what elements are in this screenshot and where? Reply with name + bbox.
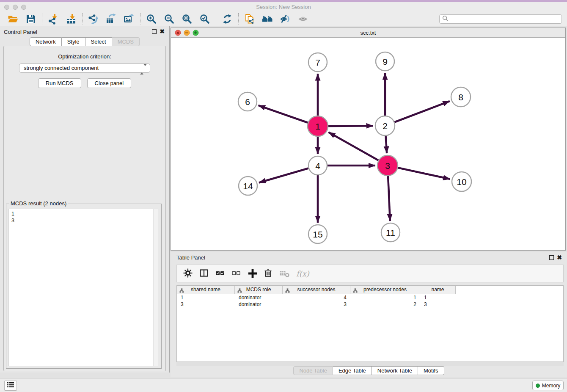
- graph-edge-1-2[interactable]: [328, 126, 373, 126]
- search-input[interactable]: [450, 15, 561, 23]
- table-tabs: Node TableEdge TableNetwork TableMotifs: [171, 366, 567, 375]
- table-cell[interactable]: 3: [283, 301, 350, 308]
- show-details-icon[interactable]: [297, 14, 308, 25]
- table-cell[interactable]: dominator: [235, 301, 283, 308]
- import-table-icon[interactable]: [66, 14, 77, 25]
- graph-edge-2-3[interactable]: [386, 136, 387, 153]
- float-panel-icon[interactable]: [152, 29, 157, 34]
- graph-edge-1-6[interactable]: [258, 105, 308, 123]
- tab-motifs[interactable]: Motifs: [418, 366, 444, 375]
- column-header-shared-name[interactable]: shared name: [177, 286, 235, 294]
- table-cell[interactable]: 1: [350, 294, 420, 301]
- control-panel-title: Control Panel: [4, 29, 37, 35]
- node-table[interactable]: shared nameMCDS rolesuccessor nodesprede…: [176, 285, 564, 362]
- save-session-icon[interactable]: [25, 14, 36, 25]
- column-header-label: shared name: [191, 287, 220, 293]
- table-toolbar: f(x): [176, 265, 564, 282]
- column-header-label: name: [431, 287, 444, 293]
- float-table-panel-icon[interactable]: [549, 255, 554, 260]
- unselect-all-icon[interactable]: [231, 268, 242, 279]
- graph-node-label: 10: [457, 177, 466, 187]
- optimization-criterion-select[interactable]: strongly connected component: [19, 63, 150, 73]
- close-panel-icon[interactable]: ✖: [160, 28, 165, 34]
- table-header-row: shared nameMCDS rolesuccessor nodesprede…: [177, 286, 563, 294]
- column-header-MCDS-role[interactable]: MCDS role: [235, 286, 283, 294]
- network-window-titlebar[interactable]: scc.txt: [171, 28, 565, 38]
- control-panel-header: Control Panel ✖: [0, 26, 169, 37]
- tab-network-table[interactable]: Network Table: [372, 366, 418, 375]
- graph-node-label: 1: [315, 121, 320, 131]
- tab-select[interactable]: Select: [85, 37, 112, 46]
- table-cell[interactable]: 4: [283, 294, 350, 301]
- selected-option: strongly connected component: [24, 65, 99, 71]
- create-column-icon[interactable]: [247, 268, 258, 279]
- graph-edge-3-11[interactable]: [388, 176, 390, 221]
- duplicate-network-icon[interactable]: [244, 14, 255, 25]
- table-cell[interactable]: 3: [177, 301, 235, 308]
- graph-node-label: 7: [315, 58, 320, 67]
- graph-node-label: 3: [385, 161, 390, 171]
- table-cell[interactable]: 1: [177, 294, 235, 301]
- select-stepper-icon: [140, 65, 147, 74]
- tab-edge-table[interactable]: Edge Table: [333, 366, 372, 375]
- graph-edge-3-10[interactable]: [398, 168, 450, 179]
- tab-network[interactable]: Network: [30, 37, 62, 46]
- toolbar-separator: [238, 13, 239, 25]
- graph-edge-4-14[interactable]: [259, 168, 308, 182]
- open-session-icon[interactable]: [8, 14, 19, 25]
- zoom-in-icon[interactable]: [146, 14, 157, 25]
- close-table-panel-icon[interactable]: ✖: [557, 254, 562, 260]
- export-network-icon[interactable]: [88, 14, 99, 25]
- export-image-icon[interactable]: [124, 14, 135, 25]
- control-panel-tabs: NetworkStyleSelectMCDS: [0, 37, 169, 46]
- function-builder-icon[interactable]: f(x): [296, 269, 309, 278]
- column-header-name[interactable]: name: [420, 286, 456, 294]
- memory-label: Memory: [542, 383, 560, 389]
- graph-node-label: 9: [383, 57, 388, 66]
- network-canvas[interactable]: 7968124314101511: [171, 38, 565, 250]
- toggle-graphics-icon[interactable]: [280, 14, 291, 25]
- graph-node-label: 14: [243, 181, 253, 191]
- column-header-successor-nodes[interactable]: successor nodes: [283, 286, 350, 294]
- tab-mcds[interactable]: MCDS: [112, 37, 140, 46]
- table-cell[interactable]: 1: [420, 294, 456, 301]
- refresh-layout-icon[interactable]: [222, 14, 233, 25]
- run-mcds-button[interactable]: Run MCDS: [38, 78, 81, 88]
- result-scrollbar[interactable]: [153, 209, 158, 366]
- search-field[interactable]: [439, 14, 562, 24]
- network-window-title: scc.txt: [171, 30, 565, 36]
- graph-edge-2-8[interactable]: [394, 101, 449, 122]
- home-icon[interactable]: [262, 14, 273, 25]
- task-history-button[interactable]: [4, 381, 17, 391]
- list-icon: [7, 382, 14, 389]
- graph-node-label: 8: [458, 92, 463, 102]
- export-table-icon[interactable]: [106, 14, 117, 25]
- zoom-selected-icon[interactable]: [199, 14, 210, 25]
- macos-titlebar: Session: New Session: [0, 2, 567, 12]
- zoom-fit-icon[interactable]: [182, 14, 193, 25]
- table-mode-gear-icon[interactable]: [183, 268, 194, 279]
- table-cell[interactable]: 2: [350, 301, 420, 308]
- table-cell[interactable]: 3: [420, 301, 456, 308]
- column-header-predecessor-nodes[interactable]: predecessor nodes: [350, 286, 420, 294]
- search-icon: [442, 15, 449, 23]
- delete-columns-icon[interactable]: [263, 268, 274, 279]
- zoom-out-icon[interactable]: [164, 14, 175, 25]
- mcds-result-groupbox: MCDS result (2 nodes) 13: [6, 204, 162, 369]
- tab-style[interactable]: Style: [62, 37, 85, 46]
- column-type-icon: [179, 287, 184, 295]
- optimization-criterion-label: Optimization criterion:: [4, 53, 165, 60]
- close-panel-button[interactable]: Close panel: [87, 78, 132, 88]
- memory-status-dot: [536, 384, 540, 388]
- tab-node-table[interactable]: Node Table: [293, 366, 333, 375]
- mcds-result-list[interactable]: 13: [8, 209, 158, 366]
- table-row[interactable]: 3dominator323: [177, 301, 563, 308]
- select-all-icon[interactable]: [215, 268, 226, 279]
- import-network-icon[interactable]: [48, 14, 59, 25]
- table-row[interactable]: 1dominator411: [177, 294, 563, 301]
- delete-table-icon[interactable]: [279, 268, 290, 279]
- memory-button[interactable]: Memory: [532, 381, 564, 390]
- column-header-label: successor nodes: [297, 287, 335, 293]
- graph-edge-3-1[interactable]: [328, 132, 378, 160]
- show-columns-icon[interactable]: [199, 268, 210, 279]
